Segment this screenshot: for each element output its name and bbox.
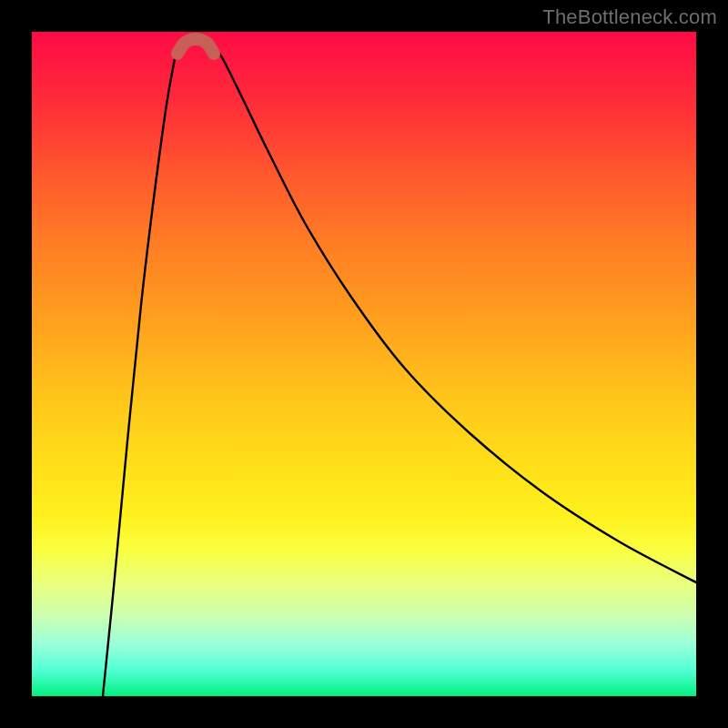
plot-area <box>32 32 696 696</box>
curve-left-branch <box>103 43 180 696</box>
curve-right-branch <box>212 43 696 582</box>
chart-frame: TheBottleneck.com <box>0 0 728 728</box>
watermark-text: TheBottleneck.com <box>542 5 717 29</box>
curves-layer <box>32 32 696 696</box>
minimum-marker <box>177 39 214 54</box>
